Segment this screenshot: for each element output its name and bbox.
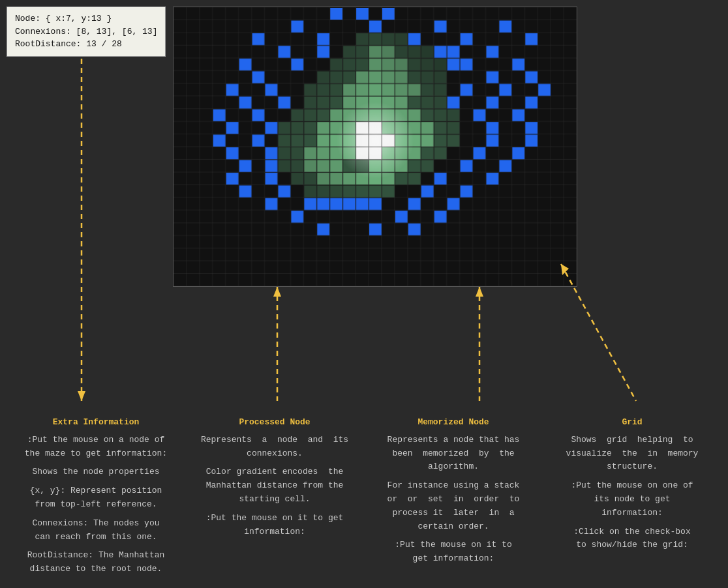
panel-extra-info-p4: Connexions: The nodes you can reach from…: [14, 517, 177, 544]
tooltip-line3: RootDistance: 13 / 28: [15, 38, 157, 51]
maze-canvas[interactable]: [174, 7, 577, 286]
panel-extra-info-p3: {x, y}: Represent position from top-left…: [14, 484, 177, 512]
panel-memorized-node-p1: Represents a node that has been memorize…: [372, 434, 535, 474]
panel-processed-node-p3: :Put the mouse on it to get information:: [193, 512, 356, 539]
panel-extra-info-p5: RootDistance: The Manhattan distance to …: [14, 549, 177, 576]
panel-memorized-node-title: Memorized Node: [372, 417, 535, 427]
svg-marker-3: [273, 287, 281, 297]
panel-memorized-node: Memorized Node Represents a node that ha…: [372, 417, 535, 581]
panel-grid: Grid Shows grid helping to visualize the…: [551, 417, 714, 581]
panel-extra-info: Extra Information :Put the mouse on a no…: [14, 417, 177, 581]
panel-extra-info-p1: :Put the mouse on a node of the maze to …: [14, 434, 177, 461]
panel-memorized-node-p3: :Put the mouse on it to get information:: [372, 538, 535, 566]
panel-processed-node-p1: Represents a node and its connexions.: [193, 434, 356, 461]
tooltip-line2: Connexions: [8, 13], [6, 13]: [15, 25, 157, 38]
panel-extra-info-p2: Shows the node properties: [14, 465, 177, 479]
panel-processed-node: Processed Node Represents a node and its…: [193, 417, 356, 581]
panel-grid-p2: :Put the mouse on one of its node to get…: [551, 479, 714, 520]
info-panels: Extra Information :Put the mouse on a no…: [0, 417, 728, 581]
svg-marker-5: [476, 287, 483, 297]
node-tooltip: Node: { x:7, y:13 } Connexions: [8, 13],…: [7, 7, 166, 57]
tooltip-line1: Node: { x:7, y:13 }: [15, 12, 157, 25]
panel-processed-node-title: Processed Node: [193, 417, 356, 427]
panel-grid-title: Grid: [551, 417, 714, 427]
panel-grid-p1: Shows grid helping to visualize the in m…: [551, 434, 714, 474]
panel-grid-p3: :Click on the check-box to show/hide the…: [551, 525, 714, 553]
svg-marker-1: [78, 391, 85, 401]
panel-memorized-node-p2: For instance using a stack or or set in …: [372, 479, 535, 533]
panel-processed-node-p2: Color gradient encodes the Manhattan dis…: [193, 465, 356, 506]
panel-extra-info-title: Extra Information: [14, 417, 177, 427]
grid-area[interactable]: [173, 7, 577, 287]
